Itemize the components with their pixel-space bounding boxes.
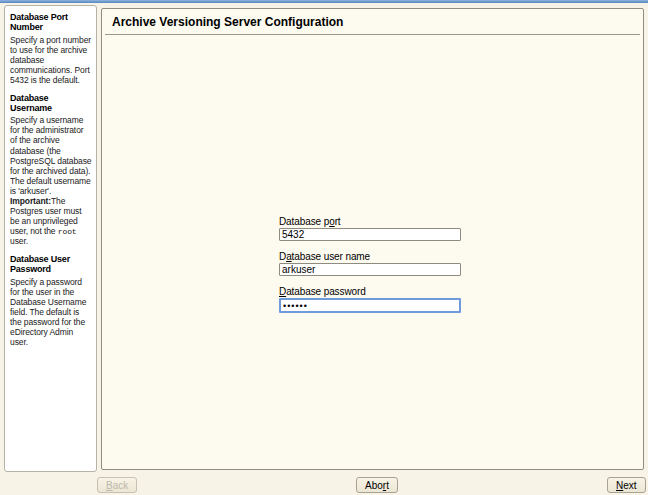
database-password-input[interactable]	[279, 298, 461, 313]
help-heading-password: Database User Password	[10, 254, 92, 275]
help-sidebar: Database Port Number Specify a port numb…	[4, 5, 97, 472]
back-button-label-post: ack	[113, 480, 129, 491]
database-port-label: Database port	[279, 216, 461, 227]
database-port-label-post: rt	[335, 216, 341, 227]
database-username-label-post: tabase user name	[292, 251, 370, 262]
window-accent-strip	[0, 0, 648, 3]
help-root-word: root	[58, 227, 77, 236]
help-text-password: Specify a password for the user in the D…	[10, 277, 92, 347]
wizard-content-panel: Archive Versioning Server Configuration …	[101, 8, 644, 470]
help-text-username-part3: user.	[10, 236, 28, 246]
database-username-input[interactable]	[279, 263, 461, 276]
database-password-label-post: atabase password	[286, 286, 366, 297]
abort-button-label-post: t	[386, 480, 389, 491]
next-button[interactable]: Next	[607, 477, 646, 493]
abort-button[interactable]: Abort	[356, 477, 398, 493]
database-username-label: Database user name	[279, 251, 461, 262]
help-text-username: Specify a username for the administrator…	[10, 115, 92, 246]
abort-button-label-pre: Abo	[365, 480, 383, 491]
back-button[interactable]: Back	[97, 477, 137, 493]
help-text-port: Specify a port number to use for the arc…	[10, 35, 92, 85]
help-heading-username: Database Username	[10, 93, 92, 114]
title-separator	[105, 34, 640, 35]
database-port-input[interactable]	[279, 228, 461, 241]
database-config-form: Database port Database user name Databas…	[279, 216, 461, 321]
next-button-label-post: ext	[623, 480, 636, 491]
database-port-label-pre: Database p	[279, 216, 329, 227]
database-password-label: Database password	[279, 286, 461, 297]
page-title: Archive Versioning Server Configuration	[102, 9, 643, 34]
back-button-label-mnemonic: B	[106, 480, 113, 491]
help-heading-port: Database Port Number	[10, 12, 92, 33]
help-text-username-part1: Specify a username for the administrator…	[10, 115, 91, 195]
help-important-label: Important:	[10, 196, 51, 206]
